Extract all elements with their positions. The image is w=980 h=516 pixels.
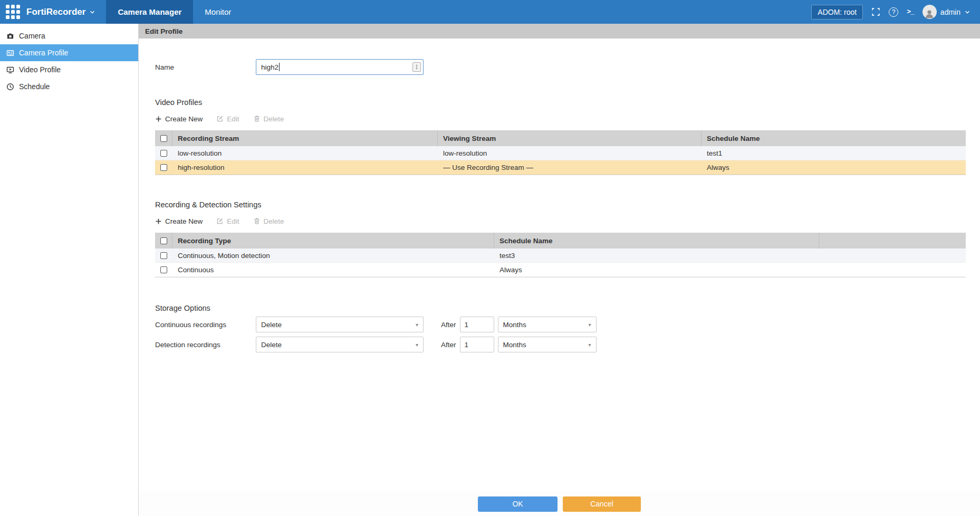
recording-settings-title: Recording & Detection Settings — [155, 200, 966, 209]
continuous-recordings-row: Continuous recordings Delete ▾ After Mon… — [155, 317, 966, 332]
select-all-checkbox[interactable] — [160, 135, 167, 142]
main-panel: Edit Profile Name high2 Video Profiles — [139, 24, 980, 516]
row-checkbox[interactable] — [160, 164, 167, 171]
trash-icon — [253, 217, 261, 225]
input-hint-icon — [412, 62, 421, 72]
camera-profile-icon — [6, 49, 14, 57]
video-profiles-toolbar: Create New Edit Delete — [155, 113, 966, 124]
video-profile-icon — [6, 66, 14, 74]
delete-button[interactable]: Delete — [253, 115, 284, 123]
create-new-button[interactable]: Create New — [155, 115, 203, 123]
video-profile-row[interactable]: high-resolution — Use Recording Stream —… — [155, 160, 966, 175]
viewing-stream-cell: — Use Recording Stream — — [438, 164, 702, 171]
fullscreen-icon[interactable] — [871, 7, 880, 16]
column-header: Viewing Stream — [438, 130, 702, 146]
camera-icon — [6, 32, 14, 40]
content: Name high2 Video Profiles Create New — [139, 39, 980, 492]
storage-options-title: Storage Options — [155, 304, 966, 312]
recording-settings-table: Recording Type Schedule Name Continuous,… — [155, 233, 966, 278]
tab-monitor[interactable]: Monitor — [193, 0, 243, 24]
top-tabs: Camera Manager Monitor — [106, 0, 243, 24]
edit-button[interactable]: Edit — [216, 115, 239, 123]
edit-button[interactable]: Edit — [216, 217, 239, 225]
delete-label: Delete — [264, 115, 284, 123]
after-label: After — [441, 341, 456, 349]
sidebar-item-label: Camera Profile — [19, 49, 68, 57]
schedule-name-cell: Always — [494, 266, 819, 274]
viewing-stream-cell: low-resolution — [438, 149, 702, 157]
video-profile-row[interactable]: low-resolution low-resolution test1 — [155, 146, 966, 160]
recording-stream-cell: high-resolution — [172, 164, 438, 171]
column-header: Schedule Name — [702, 130, 966, 146]
schedule-name-cell: test3 — [494, 252, 819, 260]
sidebar-item-label: Video Profile — [19, 65, 61, 74]
avatar — [923, 5, 937, 19]
after-label: After — [441, 321, 456, 329]
recording-type-cell: Continuous — [172, 266, 494, 274]
sidebar-item-camera[interactable]: Camera — [0, 27, 138, 44]
sidebar: Camera Camera Profile Video Profile Sche… — [0, 24, 139, 516]
clock-icon — [6, 83, 14, 91]
trash-icon — [253, 115, 261, 122]
delete-button[interactable]: Delete — [253, 217, 284, 225]
sidebar-item-camera-profile[interactable]: Camera Profile — [0, 44, 138, 61]
username: admin — [940, 8, 960, 16]
cancel-button[interactable]: Cancel — [563, 496, 641, 512]
sidebar-item-schedule[interactable]: Schedule — [0, 78, 138, 95]
ok-button[interactable]: OK — [478, 496, 558, 512]
delete-label: Delete — [264, 217, 284, 225]
column-header: Recording Stream — [172, 130, 438, 146]
table-header-row: Recording Type Schedule Name — [155, 233, 966, 249]
column-header-empty — [819, 233, 966, 249]
column-header: Recording Type — [172, 233, 494, 249]
detection-after-input[interactable] — [460, 337, 494, 352]
chevron-down-icon: ▾ — [416, 322, 418, 328]
apps-grid-icon[interactable] — [0, 0, 25, 24]
adom-badge[interactable]: ADOM: root — [811, 5, 863, 20]
recording-settings-toolbar: Create New Edit Delete — [155, 216, 966, 226]
page-title: Edit Profile — [139, 24, 980, 39]
sidebar-item-video-profile[interactable]: Video Profile — [0, 61, 138, 78]
create-new-label: Create New — [165, 115, 203, 123]
row-checkbox[interactable] — [160, 252, 167, 259]
topbar-right: ADOM: root ? >_ admin — [811, 0, 980, 24]
create-new-button[interactable]: Create New — [155, 217, 203, 225]
sidebar-item-label: Schedule — [19, 82, 50, 91]
cli-console-icon[interactable]: >_ — [907, 8, 914, 16]
select-all-checkbox[interactable] — [160, 237, 167, 244]
detection-recordings-row: Detection recordings Delete ▾ After Mont… — [155, 337, 966, 352]
chevron-down-icon: ▾ — [588, 322, 591, 328]
row-checkbox[interactable] — [160, 150, 167, 157]
schedule-name-cell: test1 — [702, 149, 966, 157]
detection-action-select[interactable]: Delete ▾ — [256, 337, 424, 352]
recording-setting-row[interactable]: Continuous Always — [155, 263, 966, 277]
chevron-down-icon: ▾ — [588, 342, 591, 348]
edit-icon — [216, 115, 224, 122]
chevron-down-icon: ▾ — [416, 342, 418, 348]
edit-label: Edit — [227, 217, 239, 225]
name-label: Name — [155, 63, 256, 71]
chevron-down-icon — [964, 9, 971, 15]
continuous-after-input[interactable] — [460, 317, 494, 332]
user-menu[interactable]: admin — [923, 5, 971, 19]
continuous-action-select[interactable]: Delete ▾ — [256, 317, 424, 332]
chevron-down-icon — [89, 9, 95, 15]
recording-setting-row[interactable]: Continuous, Motion detection test3 — [155, 249, 966, 263]
schedule-name-cell: Always — [702, 164, 966, 171]
edit-label: Edit — [227, 115, 239, 123]
row-checkbox[interactable] — [160, 266, 167, 273]
recording-type-cell: Continuous, Motion detection — [172, 252, 494, 260]
help-icon[interactable]: ? — [889, 7, 898, 17]
form-footer: OK Cancel — [139, 492, 980, 516]
product-name: FortiRecorder — [26, 7, 85, 17]
selected-value: Delete — [261, 341, 282, 349]
selected-value: Months — [503, 321, 526, 329]
plus-icon — [155, 116, 162, 122]
continuous-unit-select[interactable]: Months ▾ — [498, 317, 597, 332]
detection-unit-select[interactable]: Months ▾ — [498, 337, 597, 352]
profile-name-input[interactable]: high2 — [256, 59, 424, 75]
name-row: Name high2 — [155, 59, 966, 75]
profile-name-value: high2 — [261, 63, 278, 71]
product-menu[interactable]: FortiRecorder — [25, 0, 106, 24]
tab-camera-manager[interactable]: Camera Manager — [106, 0, 193, 24]
